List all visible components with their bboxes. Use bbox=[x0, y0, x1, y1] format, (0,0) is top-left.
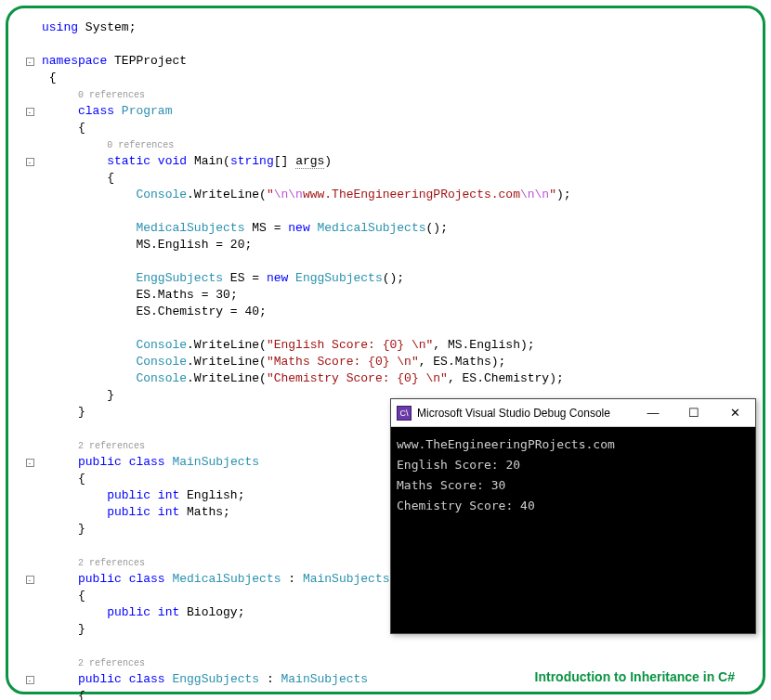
maximize-button[interactable]: ☐ bbox=[673, 399, 714, 426]
fold-icon[interactable]: - bbox=[26, 459, 34, 467]
fold-icon[interactable]: - bbox=[26, 108, 34, 116]
fold-icon[interactable]: - bbox=[26, 676, 34, 684]
console-app-icon: C\ bbox=[397, 406, 412, 421]
codelens-ref[interactable]: 2 references bbox=[78, 441, 145, 451]
title-bar[interactable]: C\ Microsoft Visual Studio Debug Console… bbox=[391, 399, 755, 427]
fold-icon[interactable]: - bbox=[26, 158, 34, 166]
minimize-button[interactable]: — bbox=[633, 399, 673, 426]
codelens-ref[interactable]: 2 references bbox=[78, 558, 145, 568]
fold-icon[interactable]: - bbox=[26, 58, 34, 66]
codelens-ref[interactable]: 0 references bbox=[78, 90, 145, 100]
fold-icon[interactable]: - bbox=[26, 576, 34, 584]
debug-console-window: C\ Microsoft Visual Studio Debug Console… bbox=[390, 398, 756, 634]
close-button[interactable]: ✕ bbox=[714, 399, 755, 426]
codelens-ref[interactable]: 0 references bbox=[107, 140, 174, 150]
page-caption: Introduction to Inheritance in C# bbox=[535, 669, 735, 684]
codelens-ref[interactable]: 2 references bbox=[78, 658, 145, 668]
window-title: Microsoft Visual Studio Debug Console bbox=[417, 407, 633, 420]
console-output[interactable]: www.TheEngineeringPRojects.comEnglish Sc… bbox=[391, 427, 755, 633]
